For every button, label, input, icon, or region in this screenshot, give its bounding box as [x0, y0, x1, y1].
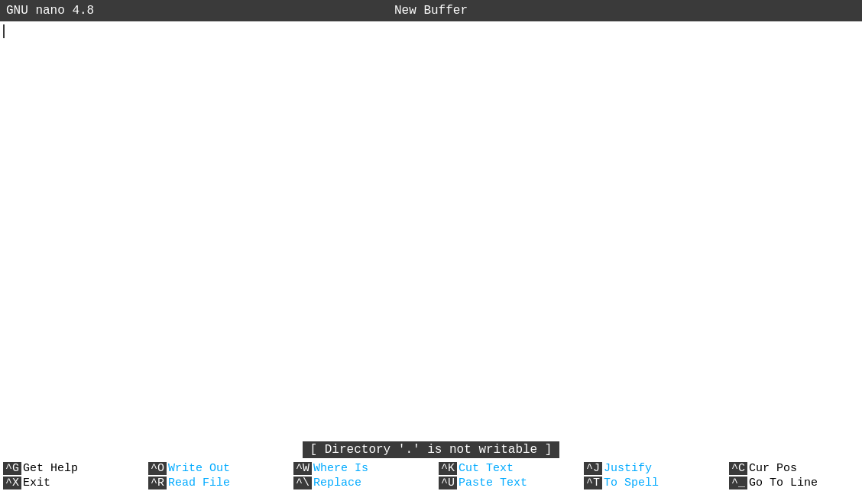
shortcut-key: ^X — [3, 477, 21, 489]
shortcut-item: ^UPaste Text — [439, 477, 581, 489]
shortcut-row-1: ^GGet Help^OWrite Out^WWhere Is^KCut Tex… — [0, 461, 862, 476]
shortcut-label: Go To Line — [749, 477, 818, 489]
shortcut-item: ^XExit — [3, 477, 145, 489]
shortcut-label: To Spell — [604, 477, 659, 489]
app-name: GNU nano 4.8 — [6, 4, 94, 18]
shortcut-item: ^KCut Text — [439, 462, 581, 475]
status-bar: [ Directory '.' is not writable ] — [0, 438, 862, 460]
shortcut-key: ^\ — [293, 477, 312, 489]
shortcut-item: ^\Replace — [293, 477, 436, 489]
shortcut-row-2: ^XExit^RRead File^\Replace^UPaste Text^T… — [0, 476, 862, 490]
shortcut-label: Cut Text — [459, 462, 514, 475]
shortcut-key: ^O — [148, 462, 167, 475]
shortcut-bar: ^GGet Help^OWrite Out^WWhere Is^KCut Tex… — [0, 460, 862, 504]
shortcut-label: Write Out — [168, 462, 230, 475]
cursor — [3, 24, 5, 38]
shortcut-item: ^WWhere Is — [293, 462, 436, 475]
shortcut-item: ^GGet Help — [3, 462, 145, 475]
shortcut-item: ^OWrite Out — [148, 462, 290, 475]
status-message: [ Directory '.' is not writable ] — [303, 441, 560, 458]
shortcut-label: Where Is — [313, 462, 368, 475]
shortcut-item: ^RRead File — [148, 477, 290, 489]
shortcut-key: ^K — [439, 462, 457, 475]
shortcut-label: Exit — [23, 477, 50, 489]
shortcut-label: Cur Pos — [749, 462, 797, 475]
shortcut-label: Paste Text — [459, 477, 527, 489]
shortcut-key: ^R — [148, 477, 167, 489]
shortcut-key: ^G — [3, 462, 21, 475]
buffer-title: New Buffer — [394, 4, 468, 18]
shortcut-item: ^JJustify — [584, 462, 726, 475]
shortcut-item: ^_Go To Line — [729, 477, 862, 489]
title-bar: GNU nano 4.8 New Buffer — [0, 0, 862, 21]
shortcut-item: ^CCur Pos — [729, 462, 862, 475]
shortcut-key: ^_ — [729, 477, 747, 489]
shortcut-key: ^T — [584, 477, 602, 489]
shortcut-label: Replace — [313, 477, 361, 489]
shortcut-key: ^C — [729, 462, 747, 475]
shortcut-item: ^TTo Spell — [584, 477, 726, 489]
shortcut-key: ^J — [584, 462, 602, 475]
shortcut-label: Get Help — [23, 462, 78, 475]
shortcut-label: Read File — [168, 477, 230, 489]
shortcut-label: Justify — [604, 462, 652, 475]
shortcut-key: ^W — [293, 462, 312, 475]
editor-area[interactable] — [0, 21, 862, 438]
shortcut-key: ^U — [439, 477, 457, 489]
